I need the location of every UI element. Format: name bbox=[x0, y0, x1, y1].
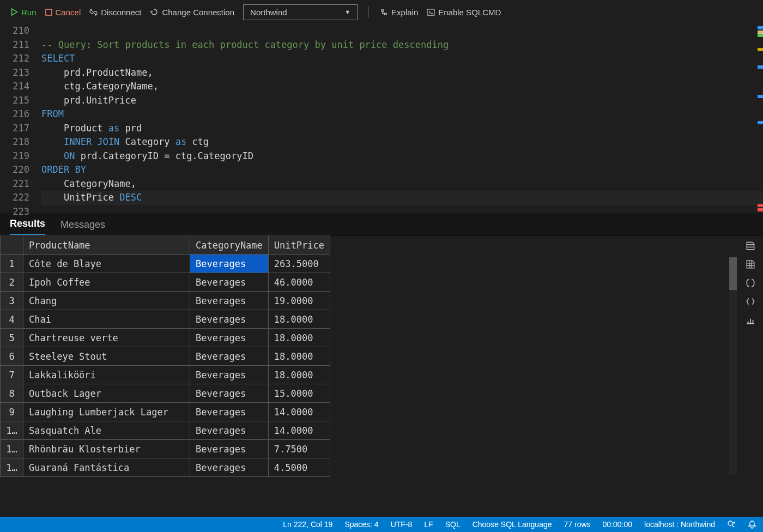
change-connection-button[interactable]: Change Connection bbox=[150, 8, 234, 17]
row-number[interactable]: 6 bbox=[1, 347, 23, 366]
table-row[interactable]: 1…Rhönbräu KlosterbierBeverages7.7500 bbox=[1, 440, 330, 458]
cell-productname[interactable]: Côte de Blaye bbox=[23, 255, 190, 273]
column-header-categoryname[interactable]: CategoryName bbox=[190, 236, 269, 255]
overview-mark[interactable] bbox=[758, 204, 763, 207]
status-encoding[interactable]: UTF-8 bbox=[391, 520, 413, 529]
overview-mark[interactable] bbox=[758, 208, 763, 211]
overview-ruler[interactable] bbox=[755, 24, 763, 213]
cell-productname[interactable]: Chartreuse verte bbox=[23, 329, 190, 347]
cell-unitprice[interactable]: 46.0000 bbox=[268, 273, 330, 292]
save-csv-icon[interactable] bbox=[744, 240, 756, 252]
cell-categoryname[interactable]: Beverages bbox=[190, 273, 269, 292]
code-line[interactable]: prd.UnitPrice bbox=[41, 94, 763, 108]
cell-unitprice[interactable]: 18.0000 bbox=[268, 366, 330, 384]
cell-unitprice[interactable]: 18.0000 bbox=[268, 347, 330, 366]
cell-unitprice[interactable]: 18.0000 bbox=[268, 329, 330, 347]
table-row[interactable]: 7LakkalikööriBeverages18.0000 bbox=[1, 366, 330, 384]
explain-button[interactable]: Explain bbox=[380, 8, 418, 17]
code-line[interactable]: CategoryName, bbox=[41, 177, 763, 191]
code-line[interactable]: ON prd.CategoryID = ctg.CategoryID bbox=[41, 149, 763, 164]
save-xml-icon[interactable] bbox=[744, 295, 756, 307]
table-row[interactable]: 6Steeleye StoutBeverages18.0000 bbox=[1, 347, 330, 366]
cell-categoryname[interactable]: Beverages bbox=[190, 384, 269, 403]
row-number[interactable]: 1 bbox=[1, 255, 23, 273]
cell-unitprice[interactable]: 4.5000 bbox=[268, 458, 330, 477]
cell-productname[interactable]: Guaraná Fantástica bbox=[23, 458, 190, 477]
code-line[interactable]: UnitPrice DESC bbox=[41, 191, 763, 205]
status-eol[interactable]: LF bbox=[424, 520, 433, 529]
cell-unitprice[interactable]: 7.7500 bbox=[268, 440, 330, 458]
enable-sqlcmd-button[interactable]: Enable SQLCMD bbox=[427, 8, 501, 17]
cell-categoryname[interactable]: Beverages bbox=[190, 292, 269, 310]
code-line[interactable]: -- Query: Sort products in each product … bbox=[41, 38, 763, 52]
cell-unitprice[interactable]: 14.0000 bbox=[268, 421, 330, 440]
status-lang[interactable]: SQL bbox=[445, 520, 461, 529]
save-json-icon[interactable] bbox=[744, 277, 756, 289]
cell-categoryname[interactable]: Beverages bbox=[190, 421, 269, 440]
status-choose-lang[interactable]: Choose SQL Language bbox=[473, 520, 552, 529]
run-button[interactable]: Run bbox=[11, 8, 37, 17]
cell-categoryname[interactable]: Beverages bbox=[190, 310, 269, 329]
overview-mark[interactable] bbox=[758, 34, 763, 37]
tab-messages[interactable]: Messages bbox=[60, 219, 105, 235]
code-line[interactable] bbox=[41, 205, 763, 219]
cell-unitprice[interactable]: 263.5000 bbox=[268, 255, 330, 273]
row-number[interactable]: 2 bbox=[1, 273, 23, 292]
cell-categoryname[interactable]: Beverages bbox=[190, 366, 269, 384]
row-number[interactable]: 4 bbox=[1, 310, 23, 329]
notifications-icon[interactable] bbox=[748, 520, 756, 529]
row-number[interactable]: 1… bbox=[1, 421, 23, 440]
table-row[interactable]: 1Côte de BlayeBeverages263.5000 bbox=[1, 255, 330, 273]
row-number[interactable]: 5 bbox=[1, 329, 23, 347]
code-line[interactable]: INNER JOIN Category as ctg bbox=[41, 135, 763, 149]
cancel-button[interactable]: Cancel bbox=[45, 8, 81, 17]
chart-icon[interactable] bbox=[744, 314, 756, 326]
row-number[interactable]: 9 bbox=[1, 403, 23, 421]
overview-mark[interactable] bbox=[758, 121, 763, 124]
code-line[interactable] bbox=[41, 24, 763, 38]
cell-productname[interactable]: Outback Lager bbox=[23, 384, 190, 403]
code-line[interactable]: ctg.CategoryName, bbox=[41, 80, 763, 94]
table-row[interactable]: 1…Sasquatch AleBeverages14.0000 bbox=[1, 421, 330, 440]
feedback-icon[interactable] bbox=[727, 520, 736, 529]
cell-productname[interactable]: Sasquatch Ale bbox=[23, 421, 190, 440]
table-row[interactable]: 9Laughing Lumberjack LagerBeverages14.00… bbox=[1, 403, 330, 421]
cell-productname[interactable]: Laughing Lumberjack Lager bbox=[23, 403, 190, 421]
cell-categoryname[interactable]: Beverages bbox=[190, 440, 269, 458]
table-row[interactable]: 5Chartreuse verteBeverages18.0000 bbox=[1, 329, 330, 347]
overview-mark[interactable] bbox=[758, 95, 763, 98]
save-excel-icon[interactable] bbox=[744, 258, 756, 270]
tab-results[interactable]: Results bbox=[10, 218, 45, 235]
status-ln-col[interactable]: Ln 222, Col 19 bbox=[283, 520, 332, 529]
cell-categoryname[interactable]: Beverages bbox=[190, 255, 269, 273]
cell-productname[interactable]: Chang bbox=[23, 292, 190, 310]
cell-productname[interactable]: Rhönbräu Klosterbier bbox=[23, 440, 190, 458]
row-number[interactable]: 1… bbox=[1, 440, 23, 458]
scrollbar-thumb[interactable] bbox=[729, 257, 737, 290]
cell-productname[interactable]: Ipoh Coffee bbox=[23, 273, 190, 292]
sql-editor[interactable]: 2102112122132142152162172182192202212222… bbox=[0, 24, 763, 213]
database-dropdown[interactable]: Northwind ▼ bbox=[243, 4, 358, 20]
overview-mark[interactable] bbox=[758, 48, 763, 51]
code-line[interactable]: ORDER BY bbox=[41, 163, 763, 177]
cell-productname[interactable]: Steeleye Stout bbox=[23, 347, 190, 366]
column-header-productname[interactable]: ProductName bbox=[23, 236, 190, 255]
cell-productname[interactable]: Lakkalikööri bbox=[23, 366, 190, 384]
cell-categoryname[interactable]: Beverages bbox=[190, 347, 269, 366]
row-number[interactable]: 1… bbox=[1, 458, 23, 477]
row-header-corner[interactable] bbox=[1, 236, 23, 255]
cell-categoryname[interactable]: Beverages bbox=[190, 458, 269, 477]
code-line[interactable]: Product as prd bbox=[41, 122, 763, 136]
overview-mark[interactable] bbox=[758, 26, 763, 29]
table-row[interactable]: 1…Guaraná FantásticaBeverages4.5000 bbox=[1, 458, 330, 477]
code-line[interactable]: SELECT bbox=[41, 52, 763, 66]
table-row[interactable]: 4ChaiBeverages18.0000 bbox=[1, 310, 330, 329]
cell-unitprice[interactable]: 19.0000 bbox=[268, 292, 330, 310]
code-area[interactable]: -- Query: Sort products in each product … bbox=[41, 24, 763, 213]
vertical-scrollbar[interactable] bbox=[729, 257, 737, 475]
results-grid[interactable]: ProductName CategoryName UnitPrice 1Côte… bbox=[0, 235, 330, 477]
cell-categoryname[interactable]: Beverages bbox=[190, 329, 269, 347]
status-connection[interactable]: localhost : Northwind bbox=[644, 520, 715, 529]
code-line[interactable]: FROM bbox=[41, 107, 763, 122]
cell-unitprice[interactable]: 15.0000 bbox=[268, 384, 330, 403]
